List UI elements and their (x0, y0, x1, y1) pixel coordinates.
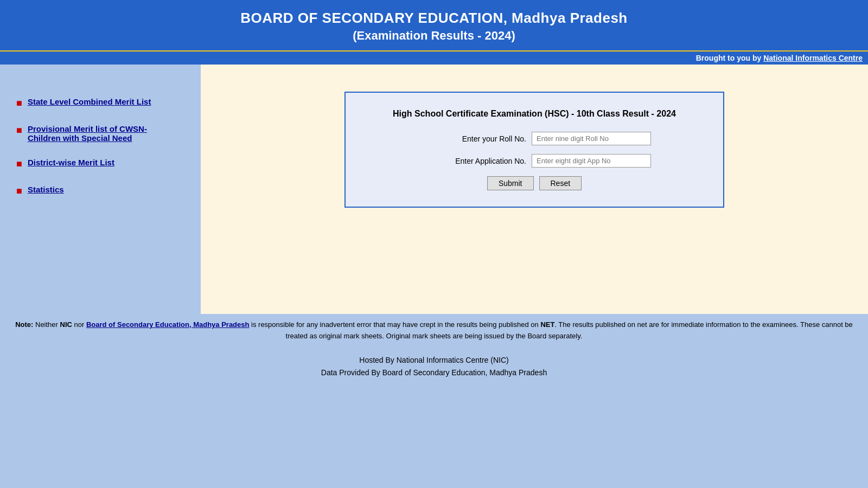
bullet-icon: ■ (16, 185, 22, 197)
nic-link[interactable]: National Informatics Centre (763, 54, 863, 62)
page-footer: Hosted By National Informatics Centre (N… (0, 348, 868, 387)
footer-line1: Hosted By National Informatics Centre (N… (7, 354, 861, 367)
list-item: ■ Statistics (16, 185, 190, 197)
nic-text: NIC (60, 320, 72, 329)
header-subtitle: (Examination Results - 2024) (5, 29, 863, 43)
sidebar-item-state-merit[interactable]: State Level Combined Merit List (28, 97, 151, 106)
nic-bar: Brought to you by National Informatics C… (0, 50, 868, 65)
roll-no-input[interactable] (532, 132, 651, 145)
bullet-icon: ■ (16, 158, 22, 170)
form-buttons: Submit Reset (367, 176, 701, 190)
content-area: High School Certificate Examination (HSC… (201, 65, 868, 314)
note-prefix: Note: (15, 320, 33, 329)
result-form-box: High School Certificate Examination (HSC… (344, 92, 724, 208)
submit-button[interactable]: Submit (487, 176, 534, 190)
list-item: ■ State Level Combined Merit List (16, 97, 190, 109)
bullet-icon: ■ (16, 125, 22, 136)
sidebar-item-statistics[interactable]: Statistics (28, 185, 64, 194)
app-no-label: Enter Application No. (418, 157, 526, 165)
sidebar-item-cwsn-merit[interactable]: Provisional Merit list of CWSN-Children … (28, 124, 147, 143)
bullet-icon: ■ (16, 98, 22, 109)
footer-line2: Data Provided By Board of Secondary Educ… (7, 367, 861, 380)
main-layout: ■ State Level Combined Merit List ■ Prov… (0, 65, 868, 314)
board-link[interactable]: Board of Secondary Education, Madhya Pra… (86, 320, 250, 329)
note-bar: Note: Neither NIC nor Board of Secondary… (0, 314, 868, 348)
nic-bar-text: Brought to you by National Informatics C… (696, 54, 863, 62)
form-title: High School Certificate Examination (HSC… (367, 109, 701, 119)
page-header: BOARD OF SECONDARY EDUCATION, Madhya Pra… (0, 0, 868, 50)
reset-button[interactable]: Reset (539, 176, 582, 190)
bottom-fill (0, 386, 868, 488)
app-no-row: Enter Application No. (367, 154, 701, 168)
header-title: BOARD OF SECONDARY EDUCATION, Madhya Pra… (5, 10, 863, 27)
sidebar-nav: ■ State Level Combined Merit List ■ Prov… (16, 97, 190, 197)
sidebar: ■ State Level Combined Merit List ■ Prov… (0, 65, 201, 314)
list-item: ■ District-wise Merit List (16, 158, 190, 170)
list-item: ■ Provisional Merit list of CWSN-Childre… (16, 124, 190, 143)
net-text: NET (540, 320, 554, 329)
sidebar-item-district-merit[interactable]: District-wise Merit List (28, 158, 114, 167)
roll-no-row: Enter your Roll No. (367, 132, 701, 145)
app-no-input[interactable] (532, 154, 651, 168)
roll-no-label: Enter your Roll No. (418, 134, 526, 143)
